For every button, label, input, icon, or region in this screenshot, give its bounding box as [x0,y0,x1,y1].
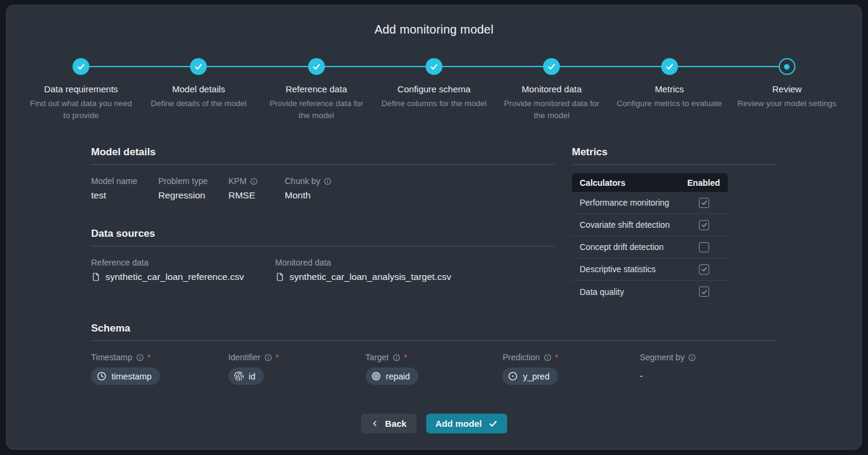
step-metrics[interactable]: Metrics Configure metrics to evaluate [610,58,728,121]
col-enabled: Enabled [688,178,720,188]
timestamp-chip: timestamp [91,367,160,385]
step-label: Model details [172,84,225,94]
step-complete-icon [190,58,207,75]
step-label: Review [772,84,801,94]
data-sources-section: Data sources Reference data synthetic_ca… [91,228,555,282]
target-icon [371,371,381,381]
field-reference-data: Reference data synthetic_car_loan_refere… [91,258,275,282]
step-complete-icon [73,58,89,75]
field-label: KPM [228,176,246,186]
step-description: Configure metrics to evaluate [617,98,722,110]
file-name: synthetic_car_loan_reference.csv [106,272,244,282]
model-details-section: Model details Model name test Problem ty… [91,146,555,201]
field-model-name: Model name test [91,176,158,201]
add-model-button[interactable]: Add model [426,414,507,433]
field-label: Monitored data [275,258,331,267]
chip-value: y_pred [523,372,549,381]
metrics-section: Metrics Calculators Enabled Performance … [572,146,777,303]
field-label: Identifier [228,352,261,362]
segment-by-value: - [640,370,777,381]
stepper: Data requirements Find out what data you… [22,58,846,121]
identifier-chip: id [228,367,264,385]
metrics-heading: Metrics [572,146,777,165]
step-complete-icon [661,58,678,75]
add-model-button-label: Add model [435,418,482,429]
metrics-table-header: Calculators Enabled [572,173,728,192]
step-description: Provide reference data for the model [264,98,369,121]
info-icon[interactable] [136,354,144,361]
metric-label: Performance monitoring [580,198,669,207]
step-model-details[interactable]: Model details Define details of the mode… [140,58,257,121]
covariate-shift-checkbox[interactable] [699,220,709,230]
field-value: Regression [158,190,228,201]
fingerprint-icon [234,371,244,381]
metric-label: Concept drift detection [580,242,664,252]
back-button[interactable]: Back [361,414,417,433]
prediction-chip: y_pred [502,367,557,385]
table-row: Descriptive statistics [572,258,728,281]
clock-icon [97,371,107,381]
info-icon[interactable] [393,354,400,361]
chip-value: timestamp [111,372,152,381]
step-review[interactable]: Review Review your model settings [728,58,846,121]
field-label: Reference data [91,258,149,267]
model-details-heading: Model details [91,146,555,165]
check-icon [488,418,498,429]
descriptive-statistics-checkbox[interactable] [699,264,709,275]
chip-value: repaid [386,372,410,381]
info-icon[interactable] [264,354,272,361]
info-icon[interactable] [324,177,331,185]
metric-label: Descriptive statistics [580,264,656,274]
back-button-label: Back [385,418,406,429]
required-asterisk: * [404,352,407,362]
field-label: Target [366,352,389,362]
col-calculators: Calculators [580,178,625,188]
field-value: test [91,190,158,201]
concept-drift-checkbox[interactable] [699,242,709,252]
required-asterisk: * [147,352,150,362]
dialog-footer: Back Add model [91,414,777,433]
file-name: synthetic_car_loan_analysis_target.csv [290,272,451,282]
info-icon[interactable] [250,177,258,185]
table-row: Concept drift detection [572,236,728,258]
data-sources-heading: Data sources [91,228,555,246]
step-configure-schema[interactable]: Configure schema Define columns for the … [375,58,493,121]
step-description: Define columns for the model [381,98,487,110]
field-prediction: Prediction* y_pred [502,352,640,385]
chevron-left-icon [371,420,379,427]
metric-label: Covariate shift detection [580,220,670,230]
info-icon[interactable] [688,354,696,361]
step-description: Provide monitored data for the model [499,98,604,121]
table-row: Data quality [572,281,728,303]
required-asterisk: * [276,352,279,362]
field-chunk-by: Chunk by Month [285,176,331,201]
field-label: Model name [91,176,137,186]
step-label: Configure schema [397,84,471,94]
field-monitored-data: Monitored data synthetic_car_loan_analys… [275,258,451,282]
add-monitoring-model-dialog: Add monitoring model Data requirements F… [6,5,862,450]
field-value: RMSE [228,190,285,201]
chip-value: id [249,372,255,381]
target-chip: repaid [366,367,418,385]
step-data-requirements[interactable]: Data requirements Find out what data you… [22,58,140,121]
field-kpm: KPM RMSE [228,176,285,201]
schema-section: Schema Timestamp* timestamp Identifier* … [91,323,777,385]
step-description: Define details of the model [150,98,246,110]
step-monitored-data[interactable]: Monitored data Provide monitored data fo… [493,58,610,121]
info-icon[interactable] [544,354,551,361]
field-label: Chunk by [285,176,320,186]
table-row: Performance monitoring [572,192,728,214]
step-description: Find out what data you need to provide [28,98,134,121]
step-complete-icon [308,58,325,75]
required-asterisk: * [555,352,558,362]
field-label: Problem type [158,176,207,186]
metric-label: Data quality [580,287,624,297]
step-description: Review your model settings [737,98,836,110]
field-timestamp: Timestamp* timestamp [91,352,228,385]
step-complete-icon [543,58,560,75]
data-quality-checkbox[interactable] [699,287,709,297]
field-identifier: Identifier* id [228,352,366,385]
step-reference-data[interactable]: Reference data Provide reference data fo… [258,58,375,121]
performance-monitoring-checkbox[interactable] [699,198,709,208]
step-complete-icon [426,58,442,75]
